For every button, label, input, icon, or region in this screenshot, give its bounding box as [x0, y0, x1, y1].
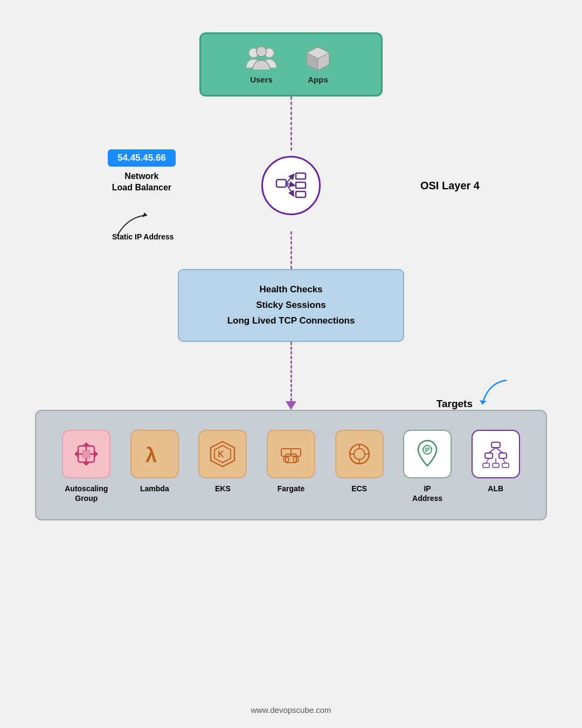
targets-arrow [477, 377, 515, 410]
svg-line-38 [489, 448, 496, 453]
dotted-line-3 [290, 342, 292, 401]
target-ip: IP IPAddress [403, 430, 452, 503]
svg-text:IP: IP [425, 447, 430, 453]
nlb-ip-badge: 54.45.45.66 [108, 149, 176, 167]
svg-rect-16 [82, 450, 91, 458]
ecs-icon [344, 439, 375, 469]
footer: www.devopscube.com [251, 705, 331, 715]
svg-rect-37 [502, 463, 509, 468]
target-fargate: Fargate [267, 430, 315, 493]
lambda-icon: λ [140, 439, 169, 469]
alb-label: ALB [488, 484, 503, 493]
eks-label: EKS [215, 484, 231, 493]
target-lambda: λ Lambda [130, 430, 179, 493]
nlb-routing-icon [272, 167, 310, 204]
static-ip-annotation: Static IP Address [112, 211, 174, 241]
eks-icon-box: K [198, 430, 247, 478]
users-label: Users [250, 75, 273, 84]
lambda-icon-box: λ [130, 430, 179, 478]
eks-icon: K [207, 439, 238, 469]
line3-wrapper [286, 342, 296, 410]
down-arrow-triangle [286, 401, 296, 410]
target-eks: K EKS [198, 430, 247, 493]
nlb-circle [261, 156, 321, 215]
svg-marker-13 [142, 212, 147, 217]
alb-icon-box [472, 430, 520, 478]
svg-rect-6 [276, 180, 286, 187]
svg-marker-14 [480, 400, 487, 404]
ecs-icon-box [335, 430, 384, 478]
ip-icon-box: IP [403, 430, 452, 478]
alb-icon [481, 439, 511, 469]
apps-label: Apps [308, 75, 328, 84]
line2-wrapper [290, 231, 292, 269]
fargate-label: Fargate [278, 484, 305, 493]
line1-wrapper [290, 97, 292, 150]
dotted-line-1 [290, 97, 292, 150]
svg-rect-32 [491, 442, 500, 448]
target-autoscaling: AutoscalingGroup [62, 430, 110, 503]
ip-icon: IP [412, 438, 442, 470]
autoscaling-icon [71, 439, 101, 469]
svg-rect-35 [483, 463, 489, 468]
users-icon [245, 45, 278, 72]
ip-label: IPAddress [412, 484, 442, 503]
users-item: Users [245, 45, 278, 84]
svg-rect-9 [296, 191, 306, 197]
nlb-label-left: 54.45.45.66 Network Load Balancer [108, 145, 176, 194]
lambda-label: Lambda [140, 484, 169, 493]
svg-rect-8 [296, 182, 306, 188]
svg-line-40 [486, 458, 489, 463]
feature-1: Health Checks [259, 284, 322, 294]
target-alb: ALB [472, 430, 520, 493]
static-ip-label: Static IP Address [112, 232, 174, 241]
svg-line-10 [286, 176, 293, 183]
svg-rect-7 [296, 173, 306, 179]
targets-annotation: Targets [436, 377, 515, 410]
target-group-box: AutoscalingGroup λ Lambda [35, 410, 547, 520]
target-ecs: ECS [335, 430, 384, 493]
autoscaling-icon-box [62, 430, 110, 478]
ecs-label: ECS [351, 484, 367, 493]
users-apps-box: Users Apps [199, 32, 383, 97]
features-box: Health Checks Sticky Sessions Long Lived… [178, 269, 404, 342]
apps-icon [304, 45, 331, 72]
svg-line-39 [496, 448, 503, 453]
fargate-icon-box [267, 430, 315, 478]
footer-url: www.devopscube.com [251, 705, 331, 715]
nlb-label-right: OSI Layer 4 [420, 180, 480, 192]
svg-rect-36 [493, 463, 499, 468]
nlb-section: 54.45.45.66 Network Load Balancer [22, 150, 560, 221]
svg-line-41 [503, 458, 505, 463]
svg-text:K: K [218, 450, 224, 459]
targets-section: Targets [22, 410, 560, 520]
fargate-icon [276, 439, 306, 469]
nlb-title: Network Load Balancer [108, 171, 176, 194]
autoscaling-label: AutoscalingGroup [65, 484, 108, 503]
diagram-container: Users Apps 54.45.45.66 Network Load Bal [0, 0, 582, 728]
svg-rect-33 [485, 453, 493, 458]
svg-rect-34 [499, 453, 507, 458]
svg-point-2 [257, 46, 267, 57]
svg-text:λ: λ [146, 444, 157, 466]
feature-2: Sticky Sessions [256, 300, 325, 310]
apps-item: Apps [304, 45, 331, 84]
targets-label: Targets [436, 398, 473, 410]
feature-3: Long Lived TCP Connections [227, 315, 355, 326]
dotted-line-2 [290, 231, 292, 269]
